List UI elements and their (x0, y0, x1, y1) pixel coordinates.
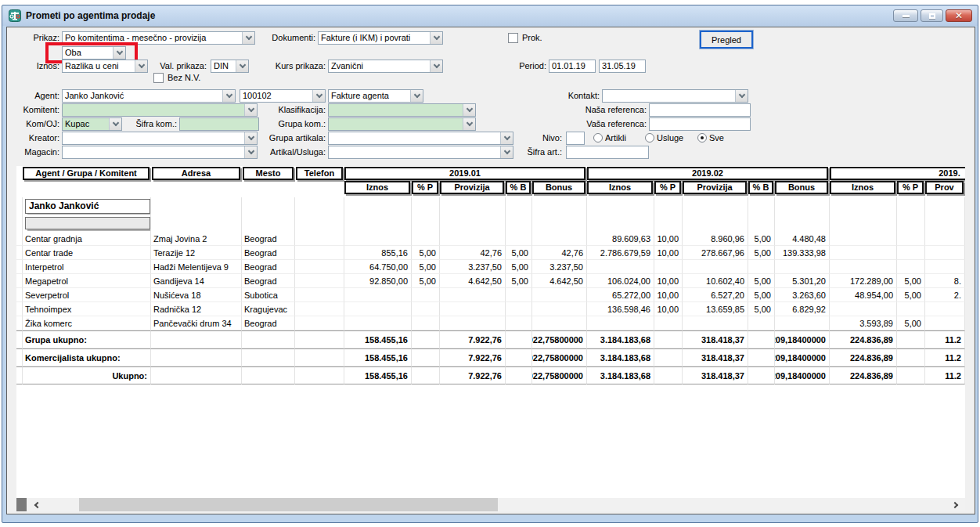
cell-m2-iznos: 136.598,46 (587, 302, 654, 316)
table-row[interactable]: MegapetrolGandijeva 14Beograd92.850,005,… (16, 274, 965, 288)
group-row[interactable]: Janko Janković (16, 197, 965, 215)
cell-m3-pp: 5,00 (897, 274, 925, 288)
pregled-button[interactable]: Pregled (700, 31, 753, 49)
sifra-kom-label: Šifra kom.: (126, 117, 177, 131)
cell-m2-bonus: 3.263,60 (775, 288, 830, 302)
sub-header-pp[interactable]: % P (654, 181, 681, 194)
chevron-down-icon[interactable] (430, 60, 442, 72)
nivo-radio-usluge[interactable] (645, 133, 654, 143)
month-header-2019-01[interactable]: 2019.01 (344, 167, 585, 180)
table-row[interactable]: Žika komercPančevački drum 34Beograd3.59… (16, 316, 965, 330)
grupa-artikala-select[interactable] (328, 132, 513, 145)
sub-header-pb[interactable]: % B (748, 181, 773, 194)
sub-header-bonus[interactable]: Bonus (775, 181, 828, 194)
chevron-down-icon[interactable] (410, 90, 423, 102)
sub-header-provizija[interactable]: Prov (925, 181, 964, 194)
scroll-right-button[interactable] (946, 498, 965, 511)
chevron-down-icon[interactable] (430, 32, 442, 44)
chevron-down-icon[interactable] (500, 146, 513, 158)
chevron-down-icon[interactable] (463, 118, 475, 130)
kurs-prikaza-select[interactable]: Zvanični (328, 60, 443, 73)
chevron-down-icon[interactable] (222, 90, 235, 102)
sub-header-iznos[interactable]: Iznos (830, 181, 895, 194)
total-row[interactable]: Grupa ukupno:158.455,167.922,76922,75800… (16, 330, 965, 348)
period-to-field[interactable]: 31.05.19 (599, 60, 646, 73)
sub-header-pb[interactable]: % B (506, 181, 531, 194)
chevron-down-icon[interactable] (135, 60, 147, 72)
chevron-down-icon[interactable] (244, 132, 257, 144)
scroll-left-button[interactable] (27, 498, 45, 511)
app-icon (9, 9, 21, 22)
scroll-corner-box[interactable] (16, 498, 27, 511)
val-prikaza-select[interactable]: DIN (211, 60, 249, 73)
magacin-select[interactable] (62, 146, 258, 159)
sub-header-pp[interactable]: % P (412, 181, 438, 194)
cell-telefon (295, 366, 344, 384)
artikal-usluga-select[interactable] (328, 146, 513, 159)
klasifikacija-select[interactable] (328, 103, 476, 117)
col-header-mesto[interactable]: Mesto (243, 167, 294, 180)
total-row[interactable]: Ukupno:158.455,167.922,76922,758000003.1… (16, 366, 965, 384)
iznos-select[interactable]: Razlika u ceni (62, 60, 148, 73)
nivo-field[interactable] (566, 132, 585, 145)
col-header-telefon[interactable]: Telefon (296, 167, 343, 180)
dokumenti-select[interactable]: Fakture (i IKM) i povrati (318, 31, 443, 45)
vasa-referenca-field[interactable] (649, 117, 751, 131)
kreator-select[interactable] (62, 132, 258, 145)
title-bar[interactable]: Prometi po agentima prodaje ✕ (2, 5, 978, 26)
sub-header-bonus[interactable]: Bonus (532, 181, 585, 194)
cell-m2-iznos (587, 260, 654, 274)
chevron-down-icon[interactable] (312, 90, 325, 102)
agent-doc-select[interactable]: Fakture agenta (328, 89, 423, 103)
prok-checkbox[interactable] (508, 33, 518, 43)
table-row[interactable]: SeverpetrolNušićeva 18Subotica65.272,001… (16, 288, 965, 302)
komitent-select[interactable] (62, 103, 258, 117)
chevron-down-icon[interactable] (500, 132, 513, 144)
chevron-down-icon[interactable] (244, 146, 257, 158)
bez-nv-checkbox[interactable] (153, 73, 164, 83)
sub-header-provizija[interactable]: Provizija (440, 181, 504, 194)
month-header-2019-03[interactable]: 2019. (830, 167, 965, 180)
group-box-empty[interactable] (25, 217, 150, 229)
total-row[interactable]: Komercijalista ukupno:158.455,167.922,76… (16, 348, 965, 366)
table-row[interactable]: InterpetrolHadži Melentijeva 9Beograd64.… (16, 260, 965, 274)
table-row[interactable]: Centar gradnjaZmaj Jovina 2Beograd89.609… (16, 232, 965, 246)
period-from-field[interactable]: 01.01.19 (549, 60, 596, 73)
cell-m3-pp (897, 215, 925, 232)
sifra-art-field[interactable] (566, 146, 649, 159)
table-row[interactable]: TehnoimpexRadnička 12Kragujevac136.598,4… (16, 302, 965, 316)
grupa-kom-select[interactable] (328, 117, 476, 131)
nivo-radio-artikli[interactable] (593, 133, 603, 143)
h-scrollbar[interactable] (16, 498, 965, 511)
month-header-2019-02[interactable]: 2019.02 (587, 167, 828, 180)
maximize-button[interactable] (921, 9, 943, 22)
sub-header-iznos[interactable]: Iznos (344, 181, 410, 194)
nivo-radio-sve[interactable] (697, 133, 707, 143)
chevron-down-icon[interactable] (735, 90, 748, 102)
close-button[interactable]: ✕ (946, 9, 972, 22)
kom-oj-select[interactable]: Kupac (62, 117, 122, 131)
table-row[interactable]: Centar tradeTerazije 12Beograd855,165,00… (16, 246, 965, 260)
kontakt-select[interactable] (602, 89, 748, 103)
chevron-down-icon[interactable] (236, 60, 248, 72)
chevron-down-icon[interactable] (109, 118, 121, 130)
sub-header-provizija[interactable]: Provizija (683, 181, 747, 194)
scroll-thumb[interactable] (79, 498, 498, 511)
chevron-down-icon[interactable] (463, 104, 475, 116)
cell-m1-pb (506, 288, 532, 302)
sub-header-pp[interactable]: % P (897, 181, 924, 194)
chevron-down-icon[interactable] (242, 32, 254, 44)
col-header-agent-grupa-komitent[interactable]: Agent / Grupa / Komitent (23, 167, 150, 180)
nasa-referenca-field[interactable] (649, 103, 751, 117)
agent-code-select[interactable]: 100102 (240, 89, 326, 103)
minimize-button[interactable] (893, 9, 918, 22)
cell-m1-provizija (440, 302, 506, 316)
cell-mesto: Kragujevac (242, 302, 295, 316)
agent-select[interactable]: Janko Janković (62, 89, 236, 103)
group-row[interactable] (16, 215, 965, 232)
sifra-kom-field[interactable] (179, 117, 259, 131)
chevron-down-icon[interactable] (244, 104, 257, 116)
col-header-adresa[interactable]: Adresa (152, 167, 240, 180)
sub-header-iznos[interactable]: Iznos (587, 181, 653, 194)
agent-group-box[interactable]: Janko Janković (25, 199, 150, 214)
